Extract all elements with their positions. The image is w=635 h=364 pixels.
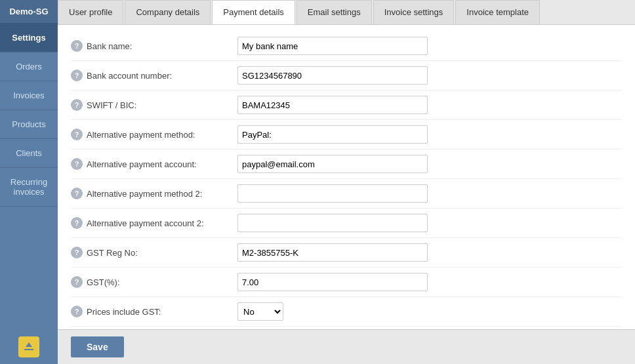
input-alt-payment-account-2[interactable] (237, 214, 428, 232)
help-icon-alt-payment-method-2[interactable]: ? (71, 188, 83, 199)
input-alt-payment-account[interactable] (237, 155, 428, 173)
help-icon-bank-name[interactable]: ? (71, 40, 83, 52)
label-alt-payment-method-2: Alternative payment method 2: (87, 189, 237, 199)
field-row-bank-name: ? Bank name: (71, 31, 622, 61)
main-content: User profile Company details Payment det… (58, 0, 635, 364)
help-icon-prices-include-gst[interactable]: ? (71, 306, 83, 317)
label-bank-account-number: Bank account number: (87, 71, 237, 81)
help-icon-gst-percent[interactable]: ? (71, 276, 83, 288)
label-swift-bic: SWIFT / BIC: (87, 100, 237, 110)
svg-marker-1 (26, 342, 32, 347)
field-row-alt-payment-method: ? Alternative payment method: (71, 120, 622, 150)
form-area: ? Bank name: ? Bank account number: ? SW… (58, 25, 635, 329)
sidebar-action-icon[interactable] (18, 336, 39, 357)
input-bank-account-number[interactable] (237, 66, 428, 85)
tab-bar: User profile Company details Payment det… (58, 0, 635, 25)
input-gst-reg-no[interactable] (237, 243, 428, 262)
sidebar-item-settings[interactable]: Settings (0, 24, 58, 52)
field-row-bank-account-number: ? Bank account number: (71, 61, 622, 91)
label-prices-include-gst: Prices include GST: (87, 307, 237, 317)
tab-invoice-template[interactable]: Invoice template (455, 0, 540, 24)
svg-rect-0 (24, 349, 33, 350)
field-row-alt-payment-account-2: ? Alternative payment account 2: (71, 209, 622, 238)
sidebar-item-products[interactable]: Products (0, 110, 58, 139)
sidebar-item-invoices[interactable]: Invoices (0, 81, 58, 110)
tab-invoice-settings[interactable]: Invoice settings (373, 0, 455, 24)
help-icon-alt-payment-account[interactable]: ? (71, 158, 83, 170)
input-swift-bic[interactable] (237, 96, 428, 114)
field-row-alt-payment-method-2: ? Alternative payment method 2: (71, 179, 622, 209)
save-button[interactable]: Save (71, 336, 124, 357)
input-bank-name[interactable] (237, 37, 428, 55)
label-bank-name: Bank name: (87, 41, 237, 51)
select-prices-include-gst[interactable]: No Yes (237, 302, 283, 321)
tab-company-details[interactable]: Company details (125, 0, 211, 24)
export-icon (22, 340, 35, 354)
field-row-gst-percent: ? GST(%): (71, 268, 622, 297)
help-icon-alt-payment-account-2[interactable]: ? (71, 217, 83, 229)
field-row-gst-reg-no: ? GST Reg No: (71, 238, 622, 268)
field-row-prices-include-gst: ? Prices include GST: No Yes (71, 297, 622, 327)
sidebar-item-orders[interactable]: Orders (0, 52, 58, 81)
help-icon-swift-bic[interactable]: ? (71, 99, 83, 111)
label-gst-reg-no: GST Reg No: (87, 248, 237, 258)
help-icon-bank-account-number[interactable]: ? (71, 70, 83, 81)
sidebar-item-recurring-invoices[interactable]: Recurring invoices (0, 168, 58, 207)
input-alt-payment-method[interactable] (237, 125, 428, 144)
sidebar-logo: Demo-SG (0, 0, 58, 24)
sidebar: Demo-SG Settings Orders Invoices Product… (0, 0, 58, 364)
tab-email-settings[interactable]: Email settings (297, 0, 372, 24)
tab-user-profile[interactable]: User profile (58, 0, 123, 24)
field-row-swift-bic: ? SWIFT / BIC: (71, 91, 622, 120)
label-gst-percent: GST(%): (87, 277, 237, 287)
label-alt-payment-account-2: Alternative payment account 2: (87, 218, 237, 228)
field-row-alt-payment-account: ? Alternative payment account: (71, 150, 622, 179)
input-gst-percent[interactable] (237, 273, 428, 291)
form-footer: Save (58, 329, 635, 364)
label-alt-payment-account: Alternative payment account: (87, 159, 237, 169)
help-icon-alt-payment-method[interactable]: ? (71, 129, 83, 140)
sidebar-bottom (0, 330, 58, 364)
input-alt-payment-method-2[interactable] (237, 184, 428, 203)
label-alt-payment-method: Alternative payment method: (87, 130, 237, 140)
tab-payment-details[interactable]: Payment details (212, 0, 295, 24)
help-icon-gst-reg-no[interactable]: ? (71, 247, 83, 258)
sidebar-item-clients[interactable]: Clients (0, 139, 58, 168)
